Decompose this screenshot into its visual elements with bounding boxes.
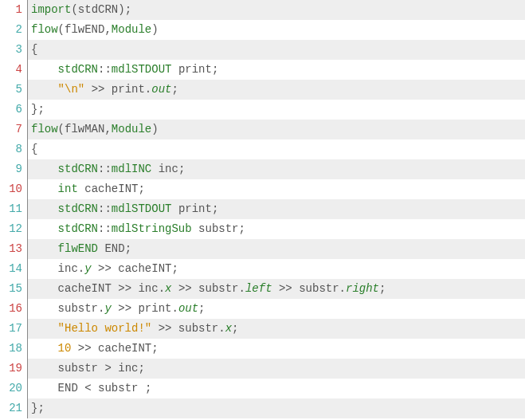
code-line: {: [28, 40, 525, 60]
semicolon: ;: [37, 402, 44, 414]
dot: .: [78, 262, 84, 275]
code-line: substr > inc;: [28, 359, 525, 379]
identifier: inc: [159, 163, 178, 175]
attribute: out: [178, 302, 198, 315]
space: [112, 302, 118, 315]
code-line: {: [28, 139, 525, 159]
indent: [31, 322, 58, 335]
line-number: 12: [0, 219, 22, 239]
attribute: y: [104, 302, 111, 315]
indent: [31, 242, 58, 255]
line-number: 20: [0, 379, 22, 398]
space: [71, 342, 77, 355]
line-number: 14: [0, 259, 22, 279]
line-number: 9: [0, 159, 22, 179]
identifier: print: [178, 202, 212, 215]
operator: >>: [279, 282, 292, 295]
code-line: };: [28, 398, 525, 418]
indent: [31, 183, 58, 195]
semicolon: ;: [125, 242, 131, 255]
indent: [31, 63, 58, 76]
scope-sep: ::: [98, 163, 112, 175]
namespace: stdCRN: [58, 202, 98, 215]
indent: [31, 382, 58, 394]
line-number: 11: [0, 199, 22, 219]
space: [272, 282, 279, 295]
semicolon: ;: [145, 382, 151, 394]
space: [78, 382, 84, 394]
code-line: "\n" >> print.out;: [28, 80, 525, 100]
type: mdlStringSub: [112, 222, 192, 235]
semicolon: ;: [379, 282, 386, 295]
namespace: stdCRN: [58, 222, 98, 235]
space: [171, 282, 178, 295]
semicolon: ;: [151, 342, 158, 355]
keyword-flow: flow: [31, 123, 58, 135]
space: [171, 63, 178, 76]
line-number: 4: [0, 60, 22, 80]
semicolon: ;: [212, 63, 218, 76]
space: [138, 382, 144, 394]
semicolon: ;: [138, 362, 144, 375]
indent: [31, 302, 58, 315]
semicolon: ;: [171, 262, 178, 275]
type-module: Module: [112, 123, 151, 135]
dot: .: [159, 282, 165, 295]
code-line: flow(flwEND,Module): [28, 20, 525, 40]
number-literal: 10: [58, 342, 72, 355]
dot: .: [339, 282, 346, 295]
line-number: 2: [0, 20, 22, 40]
line-number: 8: [0, 139, 22, 159]
line-number: 1: [0, 0, 22, 20]
attribute: left: [245, 282, 272, 295]
operator: >>: [118, 282, 131, 295]
string-literal: "\n": [58, 83, 85, 96]
code-body: import(stdCRN); flow(flwEND,Module) { st…: [28, 0, 525, 418]
namespace: stdCRN: [58, 163, 98, 175]
identifier: END: [104, 242, 124, 255]
identifier: substr: [198, 222, 238, 235]
attribute: y: [84, 262, 91, 275]
code-line: flow(flwMAN,Module): [28, 120, 525, 139]
space: [112, 282, 118, 295]
identifier: substr: [58, 302, 98, 315]
keyword-import: import: [31, 3, 71, 16]
line-number-gutter: 1 2 3 4 5 6 7 8 9 10 11 12 13 14 15 16 1…: [0, 0, 28, 418]
space: [92, 342, 98, 355]
space: [84, 83, 91, 96]
code-container: 1 2 3 4 5 6 7 8 9 10 11 12 13 14 15 16 1…: [0, 0, 525, 418]
code-line: stdCRN::mdlSTDOUT print;: [28, 60, 525, 80]
line-number: 13: [0, 239, 22, 259]
code-line: import(stdCRN);: [28, 0, 525, 20]
space: [92, 382, 98, 394]
line-number: 15: [0, 279, 22, 299]
code-line: int cacheINT;: [28, 179, 525, 199]
line-number: 10: [0, 179, 22, 199]
comma: ,: [104, 123, 111, 135]
indent: [31, 282, 58, 295]
paren-open: (: [58, 123, 65, 135]
brace-open: {: [31, 43, 37, 56]
comma: ,: [104, 23, 111, 36]
identifier: inc: [138, 282, 158, 295]
indent: [31, 362, 58, 375]
paren-open: (: [71, 3, 77, 16]
space: [78, 183, 84, 195]
type: mdlINC: [112, 163, 151, 175]
operator: >>: [118, 302, 131, 315]
type: mdlSTDOUT: [112, 63, 172, 76]
code-line: 10 >> cacheINT;: [28, 339, 525, 359]
semicolon: ;: [171, 83, 178, 96]
code-line: stdCRN::mdlStringSub substr;: [28, 219, 525, 239]
keyword-flow: flow: [31, 23, 58, 36]
code-line: flwEND END;: [28, 239, 525, 259]
paren-close: ): [151, 123, 158, 135]
identifier: print: [178, 63, 212, 76]
semicolon: ;: [198, 302, 205, 315]
line-number: 17: [0, 319, 22, 339]
indent: [31, 163, 58, 175]
line-number: 5: [0, 80, 22, 100]
identifier: print: [138, 302, 171, 315]
type: flwEND: [58, 242, 98, 255]
type-module: Module: [112, 23, 151, 36]
